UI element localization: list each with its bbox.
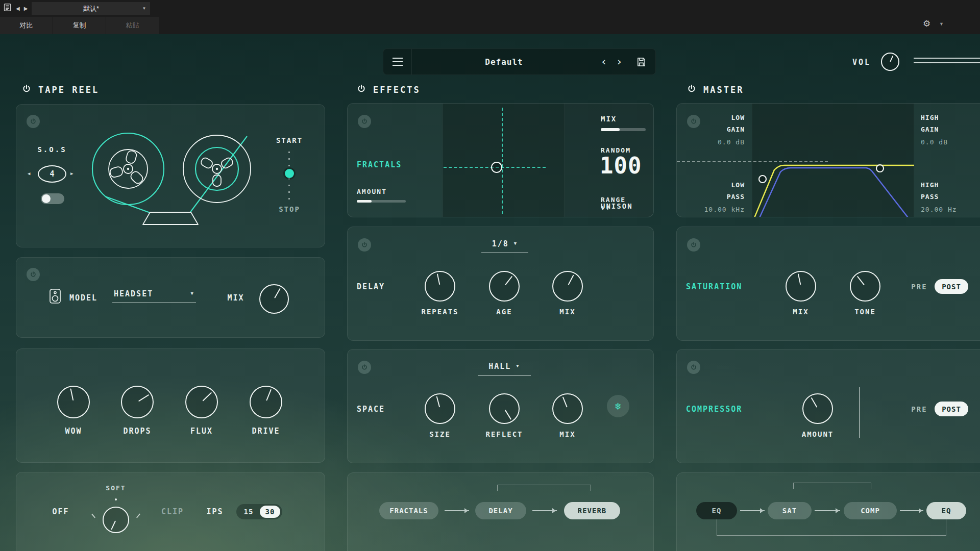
fractals-amount-label: AMOUNT — [357, 188, 387, 195]
compressor-power-button[interactable] — [687, 361, 700, 374]
space-mix-knob[interactable] — [552, 393, 583, 424]
tape-reel-power-button[interactable] — [27, 115, 40, 128]
saturation-mix-knob[interactable] — [786, 271, 816, 302]
low-gain-value[interactable]: 0.0 dB — [687, 138, 745, 146]
document-icon[interactable] — [3, 3, 12, 14]
tape-clip-panel: SOFT OFF CLIP IPS 15 30 — [16, 472, 325, 551]
chain-step-reverb[interactable]: REVERB — [564, 502, 620, 519]
chain-arrow-icon — [445, 510, 469, 511]
fractals-panel: FRACTALS AMOUNT MIX RANDOM 100 RANGE ↓↑ … — [347, 103, 654, 217]
high-pass-value[interactable]: 20.00 Hz — [921, 206, 980, 213]
low-pass-label: LOW PASS — [687, 179, 745, 203]
space-title: SPACE — [357, 405, 385, 414]
eq-curves — [752, 104, 914, 217]
delay-time-value: 1/8 — [492, 239, 509, 248]
master-eq-panel: LOW GAIN 0.0 dB LOW PASS 10.00 kHz HIGH … — [676, 103, 980, 217]
chain-step-eq-post[interactable]: EQ — [926, 502, 966, 519]
sos-next-button[interactable]: ▶ — [70, 171, 73, 176]
snowflake-icon: ❄ — [615, 400, 621, 412]
random-value[interactable]: 100 — [600, 155, 642, 177]
eq-low-handle[interactable] — [759, 176, 766, 183]
chain-step-comp[interactable]: COMP — [844, 502, 897, 519]
flux-knob[interactable] — [185, 386, 218, 418]
volume-knob[interactable] — [881, 53, 899, 71]
fractals-mix-slider[interactable] — [601, 128, 646, 131]
master-power-icon[interactable] — [687, 84, 697, 96]
sos-toggle[interactable] — [41, 193, 64, 204]
fractals-xy-pad[interactable] — [443, 104, 565, 217]
age-knob[interactable] — [489, 271, 520, 302]
preset-next-button[interactable]: › — [611, 56, 627, 67]
drops-knob[interactable] — [121, 386, 154, 418]
model-dropdown[interactable]: HEADSET ▼ — [112, 289, 196, 303]
clip-label[interactable]: CLIP — [152, 507, 193, 516]
paste-button[interactable]: 粘贴 — [106, 17, 159, 34]
eq-high-handle[interactable] — [876, 165, 884, 172]
preset-prev-button[interactable]: ‹ — [596, 56, 611, 67]
ips-label: IPS — [200, 507, 230, 516]
sos-value: 4 — [50, 169, 54, 179]
tape-model-power-button[interactable] — [27, 268, 40, 281]
tone-label: TONE — [829, 308, 901, 316]
soft-clip-knob[interactable] — [103, 507, 129, 533]
size-knob[interactable] — [425, 393, 455, 424]
wow-knob[interactable] — [57, 386, 90, 418]
high-pass-label: HIGH PASS — [921, 179, 980, 203]
fractals-title: FRACTALS — [357, 160, 402, 169]
settings-caret-icon[interactable]: ▼ — [939, 21, 944, 27]
sos-counter[interactable]: 4 — [38, 165, 66, 183]
chain-step-fractals[interactable]: FRACTALS — [379, 502, 438, 519]
plugin-preset-name[interactable]: Default — [412, 57, 596, 67]
space-mode-dropdown[interactable]: HALL ▼ — [478, 362, 531, 375]
menu-button[interactable] — [383, 49, 412, 74]
ips-option-30[interactable]: 30 — [260, 506, 280, 518]
save-icon[interactable] — [627, 57, 655, 67]
host-preset-next-button[interactable]: ▶ — [24, 6, 28, 11]
delay-mix-knob[interactable] — [552, 271, 583, 302]
host-preset-dropdown[interactable]: 默认* ▼ — [32, 2, 150, 15]
copy-button[interactable]: 复制 — [53, 17, 106, 34]
transport-handle[interactable] — [285, 169, 294, 178]
volume-slider-track[interactable] — [914, 58, 980, 59]
saturation-power-button[interactable] — [687, 238, 700, 252]
compressor-pre-button[interactable]: PRE — [904, 405, 935, 413]
delay-time-dropdown[interactable]: 1/8 ▼ — [481, 239, 528, 253]
fractals-power-button[interactable] — [358, 115, 371, 128]
fractals-amount-slider[interactable] — [357, 200, 406, 203]
compressor-post-button[interactable]: POST — [935, 402, 968, 416]
ips-toggle: 15 30 — [236, 504, 282, 519]
unison-label[interactable]: UNISON — [601, 202, 633, 210]
tone-knob[interactable] — [850, 271, 880, 302]
chain-step-eq-pre[interactable]: EQ — [696, 502, 737, 519]
volume-slider-track[interactable] — [914, 62, 980, 63]
low-pass-value[interactable]: 10.00 kHz — [687, 206, 745, 213]
sos-prev-button[interactable]: ◀ — [28, 171, 30, 176]
xy-pad-handle[interactable] — [491, 162, 502, 173]
saturation-panel: SATURATION MIX TONE PRE POST — [676, 227, 980, 341]
reflect-knob[interactable] — [489, 393, 520, 424]
drive-knob[interactable] — [250, 386, 282, 418]
chain-step-delay[interactable]: DELAY — [475, 502, 526, 519]
delay-power-button[interactable] — [358, 238, 371, 252]
saturation-pre-button[interactable]: PRE — [904, 283, 935, 291]
saturation-mix-label: MIX — [765, 308, 837, 316]
wow-label: WOW — [43, 427, 104, 436]
freeze-button[interactable]: ❄ — [607, 395, 629, 417]
plugin-preset-bar: Default ‹ › — [383, 48, 656, 75]
space-power-button[interactable] — [358, 361, 371, 374]
effects-chain-panel: FRACTALS DELAY REVERB — [347, 472, 654, 551]
tape-mix-knob[interactable] — [259, 284, 289, 314]
compare-button[interactable]: 对比 — [0, 17, 53, 34]
tape-power-icon[interactable] — [21, 84, 32, 96]
repeats-knob[interactable] — [425, 271, 455, 302]
saturation-post-button[interactable]: POST — [935, 279, 968, 294]
settings-gear-icon[interactable]: ⚙ — [923, 18, 930, 29]
ips-option-15[interactable]: 15 — [238, 506, 259, 518]
chain-step-sat[interactable]: SAT — [768, 502, 812, 519]
compressor-amount-knob[interactable] — [802, 393, 833, 424]
effects-power-icon[interactable] — [356, 84, 366, 96]
start-label: START — [261, 136, 317, 144]
host-preset-prev-button[interactable]: ◀ — [16, 6, 20, 11]
high-gain-value[interactable]: 0.0 dB — [921, 138, 980, 146]
off-label[interactable]: OFF — [40, 507, 81, 516]
